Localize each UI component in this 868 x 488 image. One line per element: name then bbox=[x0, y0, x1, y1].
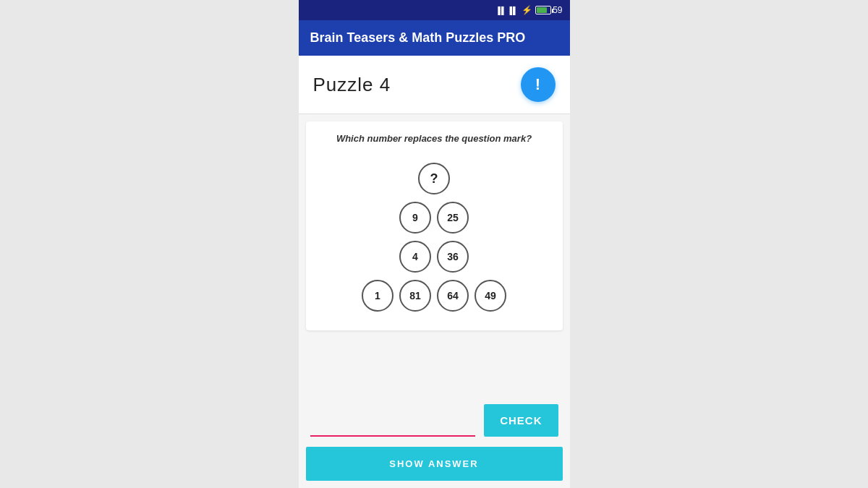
pyramid: ? 9 25 4 36 1 81 64 49 bbox=[318, 155, 551, 319]
pyramid-row-2: 9 25 bbox=[399, 202, 469, 234]
content: Puzzle 4 ! Which number replaces the que… bbox=[299, 56, 570, 488]
circle-25: 25 bbox=[437, 202, 469, 234]
answer-input[interactable] bbox=[310, 411, 476, 437]
puzzle-header: Puzzle 4 ! bbox=[299, 56, 570, 114]
pyramid-row-3: 4 36 bbox=[399, 241, 469, 273]
puzzle-area: Which number replaces the question mark?… bbox=[306, 121, 563, 330]
pyramid-row-1: ? bbox=[418, 163, 450, 194]
hint-button[interactable]: ! bbox=[521, 67, 556, 102]
app-title: Brain Teasers & Math Puzzles PRO bbox=[310, 30, 526, 46]
phone-frame: ▐▌▐▌ ⚡ 59 Brain Teasers & Math Puzzles P… bbox=[299, 0, 570, 488]
circle-49: 49 bbox=[475, 280, 506, 312]
status-bar: ▐▌▐▌ ⚡ 59 bbox=[299, 0, 570, 20]
app-bar: Brain Teasers & Math Puzzles PRO bbox=[299, 20, 570, 56]
answer-section: CHECK bbox=[299, 393, 570, 442]
circle-81: 81 bbox=[399, 280, 431, 312]
circle-64: 64 bbox=[437, 280, 469, 312]
hint-icon: ! bbox=[535, 75, 540, 94]
check-button[interactable]: CHECK bbox=[484, 404, 558, 437]
signal1-icon: ▐▌▐▌ bbox=[495, 7, 519, 14]
pyramid-row-4: 1 81 64 49 bbox=[362, 280, 506, 312]
circle-question: ? bbox=[418, 163, 450, 194]
charging-icon: ⚡ bbox=[522, 5, 532, 15]
show-answer-button[interactable]: SHOW ANSWER bbox=[306, 447, 563, 481]
circle-1: 1 bbox=[362, 280, 393, 312]
spacer bbox=[299, 338, 570, 393]
battery-indicator: 59 bbox=[535, 5, 562, 15]
circle-36: 36 bbox=[437, 241, 469, 273]
answer-input-container bbox=[310, 411, 476, 437]
puzzle-title: Puzzle 4 bbox=[313, 74, 391, 96]
puzzle-question: Which number replaces the question mark? bbox=[318, 133, 551, 144]
status-bar-text: ▐▌▐▌ ⚡ 59 bbox=[495, 5, 563, 15]
battery-percent: 59 bbox=[553, 5, 562, 15]
circle-4: 4 bbox=[399, 241, 431, 273]
circle-9: 9 bbox=[399, 202, 431, 234]
